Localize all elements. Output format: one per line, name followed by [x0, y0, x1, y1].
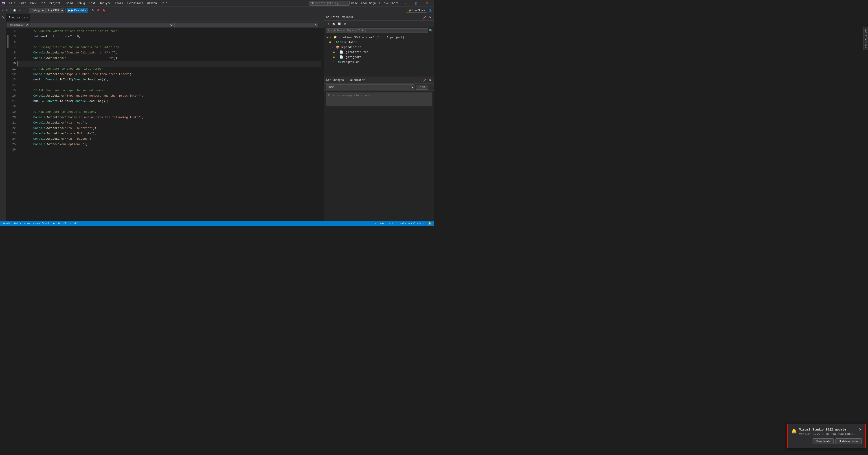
code-line-20: Console.WriteLine("Choose an option from… — [18, 115, 321, 120]
status-branch[interactable]: ⎇ main — [395, 221, 407, 226]
sol-search-input[interactable] — [326, 28, 428, 33]
tree-project-calculator[interactable]: 🔒 ▾ C# Calculator — [324, 40, 434, 45]
push-button[interactable]: Push — [416, 85, 428, 90]
menu-file[interactable]: File — [7, 1, 17, 6]
tree-dependencies[interactable]: ▸ 📦 Dependencies — [324, 45, 434, 50]
code-line-17: num2 = Convert.ToInt32(Console.ReadLine(… — [18, 98, 321, 104]
config-cpu-dropdown[interactable]: Any CPU — [45, 8, 64, 13]
class-dropdown[interactable]: ⊞ Calculator — [7, 23, 29, 27]
menu-analyze[interactable]: Analyze — [98, 1, 113, 6]
close-button[interactable]: ✕ — [422, 0, 432, 7]
git-more-button[interactable]: ... — [429, 85, 432, 89]
member-dropdown[interactable] — [174, 23, 318, 27]
title-bar-right: Calculator Sign in Live Share — [351, 2, 399, 5]
status-ready[interactable]: Ready — [2, 221, 11, 226]
redo-button[interactable]: ↪ — [23, 8, 27, 12]
status-git-stats[interactable]: ↑↓ 3/0 ↑ — [374, 221, 388, 226]
add-button[interactable]: + — [319, 23, 323, 27]
sol-sync-button[interactable]: 🔄 — [337, 22, 342, 27]
tree-gitignore[interactable]: 🔒 📄 .gitignore — [324, 55, 434, 59]
minimize-button[interactable]: — — [400, 0, 411, 7]
tree-gitattributes[interactable]: 🔒 📄 .gitattributes — [324, 50, 434, 55]
maximize-button[interactable]: □ — [411, 0, 422, 7]
live-share-icon: ⚡ — [408, 9, 411, 12]
main-layout: 🔧 Program.cs ✕ ⊞ Calculator + — [0, 14, 434, 221]
status-app[interactable]: ⊞ Calculator — [407, 221, 427, 226]
menu-git[interactable]: Git — [39, 1, 47, 6]
git-message-input[interactable] — [326, 92, 432, 106]
undo-button[interactable]: ↩ — [18, 8, 22, 12]
sol-back-button[interactable]: ◁ — [326, 22, 331, 27]
user-icon-button[interactable]: 👤 — [428, 8, 433, 12]
sign-in-button[interactable]: Sign in — [369, 2, 380, 5]
menu-edit[interactable]: Edit — [18, 1, 28, 6]
live-share-button[interactable]: ⚡ Live Share — [406, 8, 427, 12]
app-title-label: Calculator — [351, 2, 368, 5]
status-zoom[interactable]: 100 % — [13, 221, 22, 226]
status-space[interactable]: SPC — [73, 221, 79, 226]
code-line-7: // Display title as the C# console calcu… — [18, 45, 321, 50]
project-label: Calculator — [340, 41, 357, 44]
menu-project[interactable]: Project — [48, 1, 62, 6]
status-pencil[interactable]: ✏ 1 — [388, 221, 394, 226]
sol-pin-button[interactable]: 📌 — [422, 15, 427, 19]
live-share-label: Live Share — [412, 9, 425, 12]
live-share-header[interactable]: Live Share — [382, 2, 399, 5]
menu-test[interactable]: Test — [87, 1, 97, 6]
menu-debug[interactable]: Debug — [75, 1, 87, 6]
sol-close-button[interactable]: ✕ — [428, 15, 432, 19]
sol-settings-button[interactable]: ⚙ — [342, 22, 347, 27]
menu-window[interactable]: Window — [146, 1, 159, 6]
tree-program-cs[interactable]: ✓ C# Program.cs — [324, 59, 434, 64]
toolbar-btn-2[interactable]: 📌 — [95, 8, 101, 12]
save-button[interactable]: 💾 — [12, 8, 17, 12]
config-debug-dropdown[interactable]: Debug — [29, 8, 45, 13]
menu-build[interactable]: Build — [63, 1, 74, 6]
tab-program-cs[interactable]: Program.cs ✕ — [6, 14, 31, 22]
toolbox-button[interactable]: 🔧 — [1, 15, 6, 20]
code-line-19: // Ask the user to choose an option. — [18, 109, 321, 115]
gitattributes-label: .gitattributes — [344, 51, 369, 54]
lock-icon: 🔒 — [326, 36, 329, 39]
status-issues[interactable]: ✓ No issues found — [23, 221, 50, 226]
method-dropdown[interactable] — [30, 23, 174, 27]
git-pin-button[interactable]: 📌 — [422, 78, 427, 82]
code-content[interactable]: // Declare variables and then initialize… — [18, 28, 321, 221]
git-stats-label: ↑↓ 3/0 ↑ — [375, 222, 386, 225]
status-bell[interactable]: 🔔 — [427, 221, 432, 226]
git-toolbar: main Push ... — [324, 84, 434, 91]
run-label: ▶ Calculator — [71, 9, 86, 12]
tree-solution[interactable]: 🔒 ▾ 📁 Solution 'Calculator' (1 of 1 proj… — [324, 35, 434, 40]
search-bar[interactable]: 🔍 Search (Ctrl+Q) — [309, 1, 350, 6]
menu-view[interactable]: View — [28, 1, 38, 6]
gitignore-label: .gitignore — [344, 55, 362, 59]
chevron-down-icon: ▾ — [330, 36, 332, 39]
menu-help[interactable]: Help — [159, 1, 169, 6]
menu-tools[interactable]: Tools — [113, 1, 125, 6]
code-line-8: Console.WriteLine("Console Calculator in… — [18, 50, 321, 55]
sol-search-bar: 🔍 — [324, 27, 434, 34]
git-close-button[interactable]: ✕ — [428, 78, 432, 82]
toolbar-btn-3[interactable]: 🔖 — [101, 8, 106, 12]
run-button[interactable]: ▶ ▶ Calculator — [67, 8, 88, 12]
editor-scrollbar[interactable] — [321, 28, 324, 221]
solution-explorer-title: Solution Explorer — [326, 16, 421, 19]
lock-icon-2: 🔒 — [329, 41, 332, 44]
status-line-col[interactable]: Ln: 10, Ch: 1 — [51, 221, 72, 226]
toolbar-btn-1[interactable]: ⚙ — [90, 8, 95, 12]
deps-label: Dependencies — [340, 46, 362, 49]
git-panel-title: Git Changes - Calculator — [326, 79, 421, 82]
run-icon: ▶ — [68, 9, 70, 12]
back-button[interactable]: ◁ — [1, 8, 5, 12]
branch-dropdown[interactable]: main — [326, 84, 414, 90]
status-right: ↑↓ 3/0 ↑ ✏ 1 ⎇ main ⊞ Calculator 🔔 — [374, 221, 432, 226]
code-editor[interactable]: 4 5 6 7 8 9 10 11 12 13 14 15 16 17 18 1… — [6, 28, 324, 221]
sol-home-button[interactable]: 🏠 — [331, 22, 336, 27]
forward-button[interactable]: ▷ — [5, 8, 9, 12]
code-line-13: num1 = Convert.ToInt32(Console.ReadLine(… — [18, 77, 321, 82]
code-line-16: Console.WriteLine("Type another number, … — [18, 93, 321, 98]
right-panel: Solution Explorer 📌 ✕ ◁ 🏠 🔄 ⚙ 🔍 🔒 ▾ — [324, 14, 434, 221]
sol-search-icon: 🔍 — [429, 29, 433, 32]
menu-extensions[interactable]: Extensions — [125, 1, 145, 6]
tab-close-icon[interactable]: ✕ — [27, 17, 28, 19]
